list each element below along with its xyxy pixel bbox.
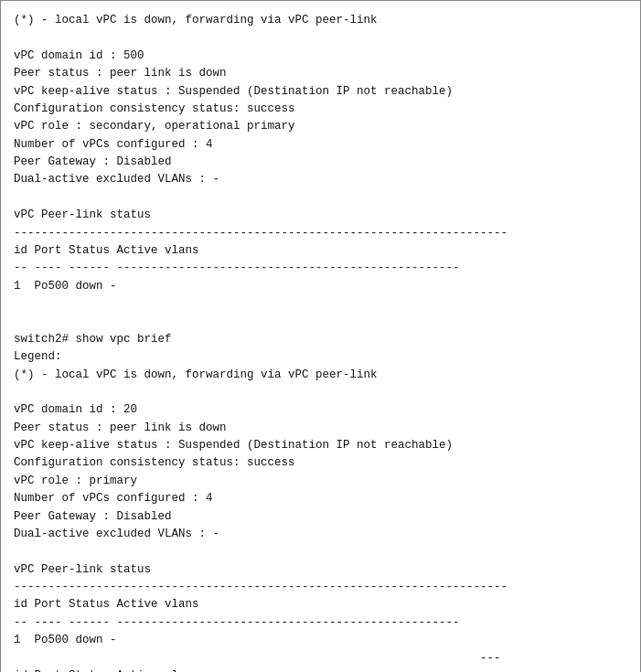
terminal-line: ----------------------------------------… [14,579,627,596]
terminal-line: Peer status : peer link is down [14,65,627,82]
terminal-line: (*) - local vPC is down, forwarding via … [14,367,627,384]
terminal-line: --- [14,650,627,667]
terminal-line: vPC keep-alive status : Suspended (Desti… [14,437,627,454]
terminal-line: Dual-active excluded VLANs : - [14,171,627,188]
terminal-line: Dual-active excluded VLANs : - [14,526,627,543]
terminal-line: -- ---- ------ -------------------------… [14,260,627,277]
terminal-line: Legend: [14,348,627,366]
terminal-line: Peer status : peer link is down [14,420,627,437]
terminal-line: Number of vPCs configured : 4 [14,490,627,507]
terminal-line: -- ---- ------ -------------------------… [14,614,627,632]
terminal-line: id Port Status Active vlans [14,667,627,672]
terminal-line: Configuration consistency status: succes… [14,454,627,472]
terminal-line: switch2# show vpc brief [14,331,627,348]
terminal-line: vPC role : primary [14,473,627,490]
terminal-line [14,29,627,47]
terminal-container: (*) - local vPC is down, forwarding via … [0,0,641,672]
terminal-line [14,295,627,313]
terminal-line: 1 Po500 down - [14,632,627,649]
terminal-output: (*) - local vPC is down, forwarding via … [14,12,627,672]
terminal-line [14,189,627,207]
terminal-line: vPC domain id : 500 [14,48,627,65]
terminal-line: Peer Gateway : Disabled [14,508,627,526]
terminal-line: vPC keep-alive status : Suspended (Desti… [14,83,627,101]
terminal-line: Number of vPCs configured : 4 [14,136,627,154]
terminal-line: Peer Gateway : Disabled [14,154,627,171]
terminal-line [14,313,627,330]
terminal-line: Configuration consistency status: succes… [14,101,627,118]
terminal-line: id Port Status Active vlans [14,596,627,613]
terminal-line: vPC Peer-link status [14,207,627,224]
terminal-line: ----------------------------------------… [14,225,627,242]
terminal-line: id Port Status Active vlans [14,242,627,260]
terminal-line [14,543,627,560]
terminal-line: (*) - local vPC is down, forwarding via … [14,12,627,29]
terminal-line: 1 Po500 down - [14,278,627,295]
terminal-line: vPC Peer-link status [14,561,627,579]
terminal-line: vPC role : secondary, operational primar… [14,118,627,135]
terminal-line [14,384,627,401]
terminal-line: vPC domain id : 20 [14,401,627,419]
